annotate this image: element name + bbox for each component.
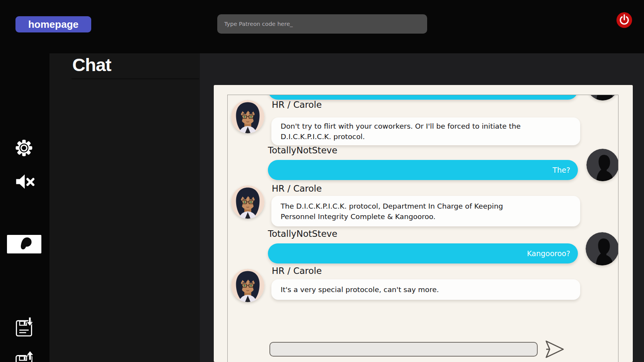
power-button[interactable] — [616, 12, 633, 29]
message-bubble-clipped — [268, 95, 578, 100]
top-bar: homepage — [0, 0, 644, 53]
sender-name: HR / Carole — [272, 100, 322, 110]
page-title: Chat — [49, 53, 200, 75]
patreon-code-input[interactable] — [217, 14, 427, 34]
sound-muted-icon — [13, 186, 36, 192]
patreon-icon — [15, 236, 33, 253]
mute-button[interactable] — [13, 172, 36, 191]
send-button[interactable] — [544, 339, 566, 359]
avatar-hr-carole — [231, 185, 264, 219]
message-bubble: Kangooroo? — [268, 243, 578, 263]
message-scroll-area[interactable]: HR / Carole Don't try to flirt with your… — [227, 95, 618, 362]
message-bubble: The D.I.C.K.P.I.C.K. protocol, Departmen… — [271, 196, 580, 226]
message-bubble: It's a very special protocole, can't say… — [271, 279, 580, 300]
sender-name: TotallyNotSteve — [268, 229, 337, 239]
avatar-totallynotsteve — [586, 149, 618, 181]
game-window: homepage — [0, 0, 644, 362]
chat-message-input[interactable] — [269, 342, 538, 357]
save-game-button[interactable] — [14, 317, 35, 338]
save-game-floppy-down-icon — [14, 333, 35, 339]
chat-nav-panel: Chat — [49, 53, 200, 362]
sender-name: HR / Carole — [272, 184, 322, 194]
sender-name: TotallyNotSteve — [268, 145, 337, 155]
homepage-button[interactable]: homepage — [15, 16, 91, 32]
chat-window: HR / Carole Don't try to flirt with your… — [214, 85, 633, 362]
avatar-totallynotsteve — [586, 232, 618, 265]
power-icon — [616, 24, 633, 30]
left-toolbar — [0, 53, 49, 362]
avatar-hr-carole — [231, 100, 264, 133]
send-arrow-icon — [544, 355, 566, 360]
sender-name: HR / Carole — [272, 266, 322, 276]
settings-button[interactable] — [14, 138, 34, 158]
load-game-button[interactable] — [14, 351, 35, 362]
avatar-hr-carole — [231, 269, 264, 302]
message-bubble: Don't try to flirt with your coworkers. … — [271, 117, 580, 145]
settings-gear-icon — [14, 153, 34, 159]
message-bubble: The? — [268, 160, 578, 180]
patreon-button[interactable] — [7, 235, 41, 253]
title-underline — [72, 78, 199, 79]
avatar — [586, 95, 618, 100]
